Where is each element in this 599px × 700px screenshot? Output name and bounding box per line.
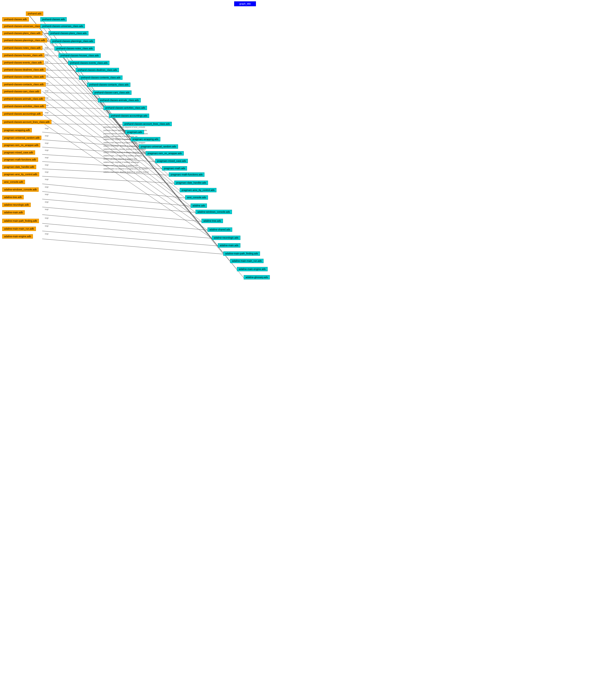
- node-pragmarc-rem-nn-wrapper-adb[interactable]: pragmarc-rem_nn_wrapper.adb: [2, 143, 40, 147]
- node-prehand-classes-accountings-ads[interactable]: prehand-classes-accountings.ads: [109, 114, 149, 118]
- edge-label-impl-30: impl: [45, 233, 49, 235]
- svg-line-37: [42, 176, 174, 183]
- node-prehand-classes-notes-ads[interactable]: prehand-classes-notes_class.ads: [54, 46, 95, 51]
- node-ansi-console-adb[interactable]: ansi_console.adb: [2, 180, 25, 184]
- node-adaline-ads[interactable]: adaline.ads: [190, 203, 207, 208]
- node-pragmars-ads[interactable]: pragmars.ads: [125, 130, 144, 134]
- node-adaline-tree-adb[interactable]: adaline-tree.adb: [2, 195, 24, 199]
- svg-line-46: [27, 13, 237, 270]
- edge-label-impl-28: impl: [45, 217, 49, 219]
- node-pragmarc-math-functions-adb[interactable]: pragmarc-math-functions.adb: [2, 157, 38, 162]
- node-prehand-classes-houses-adb[interactable]: prehand-classes-houses_class.adb: [2, 53, 44, 57]
- edge-label-depend-1: prehand-classes-classes depend of ansi_c…: [103, 126, 145, 128]
- edge-label-impl-5: impl: [45, 47, 49, 49]
- node-adaline-main-ads[interactable]: adaline-main.ads: [218, 243, 240, 248]
- node-prehand-classes-events-ads[interactable]: prehand-classes-events_class.ads: [68, 61, 109, 65]
- edge-label-impl-20: impl: [45, 157, 49, 158]
- node-prehand-classes-ads[interactable]: prehand-classes.ads: [40, 17, 67, 22]
- node-adaline-main-engine-ads[interactable]: adaline-main-engine.ads: [237, 267, 268, 271]
- node-prehand-classes-plans-adb[interactable]: prehand-classes-plans_class.adb: [2, 31, 43, 35]
- node-prehand-classes-activities-ads[interactable]: prehand-classes-activities_class.ads: [103, 106, 147, 110]
- edge-label-depend-9: adaline shared depend of adaline windows…: [103, 151, 147, 153]
- edge-label-depend-13: adaline-main_run depend of adaline tree: [103, 165, 138, 167]
- node-adaline-main-main-run-ads[interactable]: adaline-main-main_run.ads: [230, 259, 264, 263]
- edge-label-impl-27: impl: [45, 208, 49, 210]
- svg-line-38: [42, 184, 185, 198]
- node-prehand-classes-plannings-adb[interactable]: prehand-classes-plannings_class.adb: [2, 38, 47, 43]
- node-adaline-main-main-run-adb[interactable]: adaline-main-main_run.adb: [2, 227, 36, 231]
- node-prehand-classes-dealines-adb[interactable]: prehand-classes-dealines_class.adb: [2, 68, 46, 72]
- svg-line-45: [42, 239, 223, 254]
- edge-label-impl-19: impl: [45, 149, 49, 151]
- node-pragmarc-wrapping-adb[interactable]: pragmarc-wrapping.adb: [2, 128, 32, 132]
- node-prehand-ads[interactable]: prehand.ads: [26, 11, 43, 16]
- node-prehand-classes-contacts-ads[interactable]: prehand-classes-contacts_class.ads: [87, 82, 130, 87]
- node-adaline-main-adb[interactable]: adaline-main.adb: [2, 210, 25, 215]
- node-adaline-tree-ads[interactable]: adaline-tree.ads: [202, 219, 223, 223]
- node-pragmarc-ansi-tty-control-adb[interactable]: pragmarc-ansi_tty_control.adb: [2, 172, 39, 176]
- node-adaline-glossary-ads[interactable]: adaline-glossary.ads: [244, 275, 270, 279]
- node-adaline-neurologic-adb[interactable]: adaline-neurologic.adb: [2, 203, 31, 207]
- node-prehand-classes-cars-ads[interactable]: prehand-classes-cars_class.ads: [93, 91, 131, 95]
- svg-line-39: [42, 192, 190, 206]
- node-pragmarc-math-ads[interactable]: pragmarc-math.ads: [162, 166, 187, 171]
- svg-line-13: [44, 115, 109, 116]
- graph-container: graph_title prehand.ads prehand-classes.…: [0, 0, 599, 700]
- edge-label-depend-10: adaline-main_run depend of adaline gloss…: [103, 155, 141, 157]
- svg-line-40: [42, 199, 196, 212]
- node-prehand-classes-events-adb[interactable]: prehand-classes-events_class.adb: [2, 60, 44, 65]
- edge-label-impl-16: impl: [45, 127, 49, 129]
- node-prehand-classes-contacts-adb[interactable]: prehand-classes-contacts_class.adb: [2, 82, 46, 86]
- edge-label-impl-23: impl: [45, 178, 49, 180]
- node-prehand-classes-activities-adb[interactable]: prehand-classes-activities_class.adb: [2, 104, 46, 108]
- node-prehand-classes-cars-adb[interactable]: prehand-classes-cars_class.adb: [2, 89, 41, 94]
- node-prehand-classes-accountings-adb[interactable]: prehand-classes-accountings.adb: [2, 112, 43, 116]
- svg-line-43: [42, 223, 212, 238]
- svg-line-12: [44, 107, 103, 108]
- node-prehand-classes-notes-adb[interactable]: prehand-classes-notes_class.adb: [2, 46, 43, 50]
- node-prehand-classes-account-lines-adb[interactable]: prehand-classes-account_lines_class.adb: [2, 120, 51, 124]
- edge-label-impl-29: impl: [45, 225, 49, 227]
- node-prehand-classes-universes-ads[interactable]: prehand-classes-universes_class.ads: [40, 24, 85, 28]
- node-prehand-classes-houses-ads[interactable]: prehand-classes-houses_class.ads: [58, 53, 101, 58]
- node-prehand-classes-contents-adb[interactable]: prehand-classes-contents_class.adb: [2, 75, 46, 79]
- node-pragmarc-math-functions-ads[interactable]: pragmarc-math-functions.ads: [169, 172, 205, 177]
- edge-label-impl-25: impl: [45, 193, 49, 195]
- node-adaline-main-path-finding-ads[interactable]: adaline-main-path_finding.ads: [223, 251, 260, 256]
- edge-label-impl-12: impl: [45, 97, 49, 99]
- node-ansi-console-ads[interactable]: ansi_console.ads: [185, 195, 208, 200]
- svg-line-41: [42, 207, 202, 221]
- node-prehand-classes-contents-ads[interactable]: prehand-classes-contents_class.ads: [79, 75, 123, 80]
- edge-label-depend-12: adaline-main depend of adaline neurologi…: [103, 161, 139, 163]
- node-adaline-main-path-finding-adb[interactable]: adaline-main-path_finding.adb: [2, 219, 39, 223]
- svg-line-14: [44, 124, 123, 124]
- edge-label-depend-15: adaline-main main depend depend on adali…: [103, 171, 148, 173]
- node-pragmarc-mixed-case-ads[interactable]: pragmarc-mixed_case.ads: [155, 159, 188, 163]
- node-pragmarc-universal-random-adb[interactable]: pragmarc-universal_random.adb: [2, 136, 42, 140]
- node-prehand-classes-account-lines-ads[interactable]: prehand-classes-account_lines_class.ads: [123, 122, 172, 126]
- edge-label-depend-14: adaline-main run depend of pragma ansi_t…: [103, 168, 148, 170]
- svg-line-44: [42, 231, 218, 246]
- edge-label-impl-6: impl: [45, 54, 49, 55]
- node-pragmarc-date-handler-ads[interactable]: pragmarc-date_handler.ads: [174, 181, 208, 185]
- node-pragmarc-mixed-case-adb[interactable]: pragmarc-mixed_case.adb: [2, 150, 35, 155]
- node-prehand-classes-plannings-ads[interactable]: prehand-classes-plannings_class.ads: [50, 39, 95, 43]
- node-adaline-shared-ads[interactable]: adaline-shared.ads: [207, 227, 232, 232]
- node-pragmarc-ansi-tty-control-ads[interactable]: pragmarc-ansi_tty_control.ads: [180, 188, 216, 192]
- edge-label-impl-11: impl: [45, 90, 49, 92]
- node-adaline-windows-console-adb[interactable]: adaline-windows_console.adb: [2, 188, 39, 192]
- node-prehand-classes-plans-ads[interactable]: prehand-classes-plans_class.ads: [49, 31, 88, 35]
- node-adaline-windows-console-ads[interactable]: adaline-windows_console.ads: [196, 210, 232, 214]
- node-pragmarc-date-handler-adb[interactable]: pragmarc-date_handler.adb: [2, 165, 36, 169]
- node-pragmarc-rem-nn-wrapper-ads[interactable]: pragmarc-rem_nn_wrapper.ads: [146, 151, 184, 155]
- node-pragmarc-universal-random-ads[interactable]: pragmarc-universal_random.ads: [139, 144, 178, 149]
- node-adaline-neurologic-ads[interactable]: adaline-neurologic.ads: [212, 235, 240, 240]
- node-prehand-classes-adb[interactable]: prehand-classes.adb: [2, 17, 29, 22]
- edge-label-impl-18: impl: [45, 142, 49, 144]
- node-adaline-main-engine-adb[interactable]: adaline-main-engine.adb: [2, 234, 33, 239]
- edge-label-impl-21: impl: [45, 164, 49, 166]
- node-pragmarc-wrapping-ads[interactable]: pragmarc-wrapping.ads: [131, 137, 160, 141]
- node-prehand-classes-animals-ads[interactable]: prehand-classes-animals_class.ads: [98, 98, 141, 102]
- node-prehand-classes-animals-adb[interactable]: prehand-classes-animals_class.adb: [2, 97, 45, 101]
- node-prehand-classes-dealines-ads[interactable]: prehand-classes-dealines_class.ads: [76, 68, 119, 72]
